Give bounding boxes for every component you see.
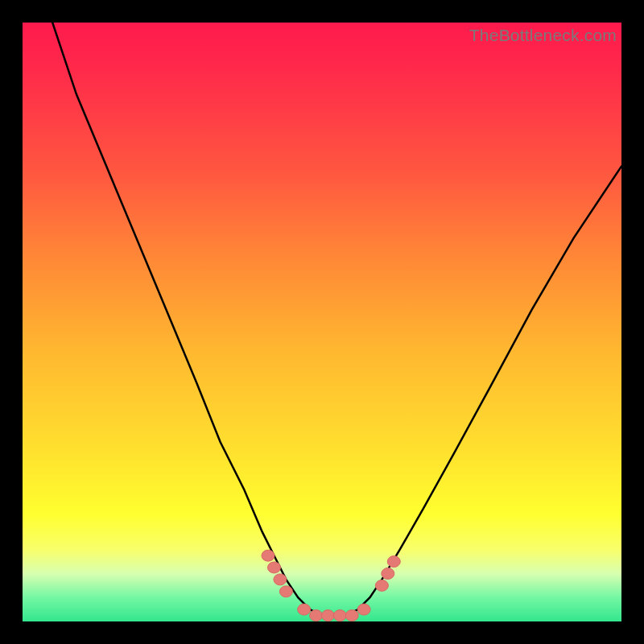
marker-dot	[375, 580, 388, 591]
marker-dot	[298, 604, 311, 615]
marker-dot	[382, 568, 394, 580]
bottleneck-curve	[52, 23, 621, 616]
marker-dot	[321, 610, 334, 621]
marker-dot	[268, 562, 281, 573]
chart-frame: TheBottleneck.com	[0, 0, 644, 644]
marker-dot	[345, 610, 358, 621]
chart-svg	[23, 23, 621, 621]
plot-area: TheBottleneck.com	[23, 23, 621, 621]
marker-dot	[279, 586, 292, 597]
marker-dot	[274, 574, 287, 585]
marker-dots	[262, 550, 400, 621]
marker-dot	[310, 610, 323, 621]
marker-dot	[387, 556, 400, 568]
marker-dot	[357, 604, 370, 615]
marker-dot	[262, 550, 275, 561]
marker-dot	[333, 610, 346, 621]
